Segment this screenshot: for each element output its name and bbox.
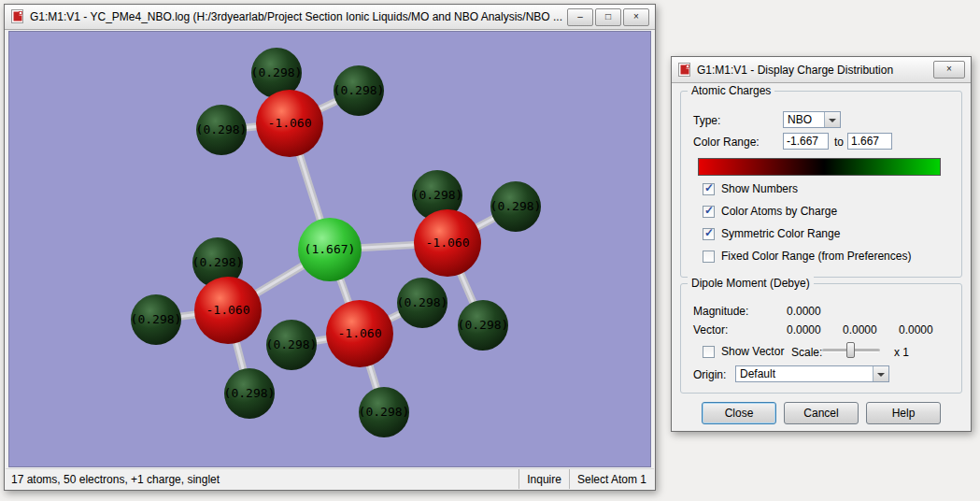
vector-x-value: 0.0000 [787,323,821,336]
dialog-caption-buttons: × [933,61,965,79]
fixed-color-range-row[interactable]: Fixed Color Range (from Preferences) [703,249,911,264]
magnitude-label: Magnitude: [693,305,748,318]
atom-charge-label: (0.298) [359,405,410,419]
dialog-gaussview-icon [677,63,692,78]
atom-charge-label: (0.298) [397,295,448,309]
status-inquire-mode: Inquire [518,469,569,489]
atomic-charges-group: Atomic Charges Type: NBO Color Range: -1… [680,91,962,278]
charge-type-value: NBO [784,112,824,127]
origin-combobox[interactable]: Default [735,365,889,382]
vector-label: Vector: [693,323,728,336]
main-window-title: G1:M1:V1 - YC_PMe4_NBO.log (H:/3rdyearla… [30,10,562,23]
dipole-moment-group: Dipole Moment (Debye) Magnitude: 0.0000 … [680,283,962,394]
show-vector-row[interactable]: Show Vector [703,344,784,359]
atom-charge-label: -1.060 [206,303,250,317]
status-molecule-summary: 17 atoms, 50 electrons, +1 charge, singl… [6,473,518,486]
cancel-button[interactable]: Cancel [784,402,859,424]
gaussview-app-icon [10,9,25,24]
status-select-atom: Select Atom 1 [569,469,654,489]
vector-z-value: 0.0000 [899,323,933,336]
atom-charge-label: (0.298) [412,188,463,202]
show-vector-checkbox[interactable] [703,346,715,358]
charge-type-combobox[interactable]: NBO [783,111,841,128]
scale-factor: x 1 [894,346,909,359]
caption-buttons: – □ × [567,8,649,26]
dropdown-arrow-icon[interactable] [824,112,840,127]
symmetric-color-range-row[interactable]: Symmetric Color Range [703,226,840,241]
slider-thumb[interactable] [846,342,855,358]
scale-label: Scale: [791,346,822,359]
show-numbers-checkbox[interactable] [703,183,715,195]
to-label: to [834,136,844,149]
charge-distribution-dialog: G1:M1:V1 - Display Charge Distribution ×… [671,56,972,432]
atom-charge-label: -1.060 [426,236,470,250]
dialog-body: Atomic Charges Type: NBO Color Range: -1… [672,83,971,431]
color-range-label: Color Range: [693,136,760,149]
symmetric-color-range-checkbox[interactable] [703,228,715,240]
atom-charge-label: (0.298) [334,83,385,97]
help-button[interactable]: Help [866,402,941,424]
dialog-close-icon[interactable]: × [933,61,965,79]
atom-charge-label: (0.298) [266,337,318,351]
fixed-color-range-checkbox[interactable] [703,250,715,263]
dialog-titlebar[interactable]: G1:M1:V1 - Display Charge Distribution × [672,57,971,83]
vector-y-value: 0.0000 [843,323,877,336]
maximize-icon[interactable]: □ [595,8,621,26]
atom-charge-label: (0.298) [458,318,509,332]
color-atoms-by-charge-row[interactable]: Color Atoms by Charge [703,204,837,219]
atom-charge-label: -1.060 [338,326,382,340]
atom-charge-label: (0.298) [490,199,542,213]
dipole-moment-group-label: Dipole Moment (Debye) [688,277,814,290]
molecule-svg: (1.667)-1.060-1.060-1.060-1.060(0.298)(0… [9,32,650,466]
main-window: G1:M1:V1 - YC_PMe4_NBO.log (H:/3rdyearla… [4,4,656,491]
show-numbers-label: Show Numbers [721,182,798,195]
statusbar: 17 atoms, 50 electrons, +1 charge, singl… [6,468,654,489]
atomic-charges-group-label: Atomic Charges [688,84,774,97]
atom-charge-label: (0.298) [224,386,276,400]
color-atoms-by-charge-label: Color Atoms by Charge [721,205,837,218]
close-button[interactable]: Close [702,402,776,424]
show-numbers-row[interactable]: Show Numbers [703,181,798,196]
color-range-max-input[interactable]: 1.667 [847,133,892,150]
origin-label: Origin: [693,368,726,381]
atom-charge-label: (0.298) [192,255,244,269]
dialog-buttons: Close Cancel Help [672,402,971,424]
atom-charge-label: (1.667) [305,242,356,256]
atom-charge-label: (0.298) [131,312,182,326]
atom-charge-label: (0.298) [196,122,248,136]
atom-charge-label: (0.298) [251,65,303,79]
type-label: Type: [693,114,720,127]
magnitude-value: 0.0000 [787,305,821,318]
close-icon[interactable]: × [623,8,649,26]
fixed-color-range-label: Fixed Color Range (from Preferences) [721,250,911,263]
molecule-view[interactable]: (1.667)-1.060-1.060-1.060-1.060(0.298)(0… [8,31,651,467]
vector-scale-slider[interactable] [822,342,880,358]
main-titlebar[interactable]: G1:M1:V1 - YC_PMe4_NBO.log (H:/3rdyearla… [5,5,655,30]
symmetric-color-range-label: Symmetric Color Range [721,227,840,240]
charge-gradient-bar [698,158,941,176]
minimize-icon[interactable]: – [567,8,593,26]
atom-charge-label: -1.060 [268,116,312,130]
color-range-min-input[interactable]: -1.667 [783,133,829,150]
dialog-title: G1:M1:V1 - Display Charge Distribution [697,64,929,77]
origin-value: Default [736,366,873,381]
color-atoms-by-charge-checkbox[interactable] [703,206,715,218]
show-vector-label: Show Vector [721,345,784,358]
origin-dropdown-arrow-icon[interactable] [873,366,888,381]
